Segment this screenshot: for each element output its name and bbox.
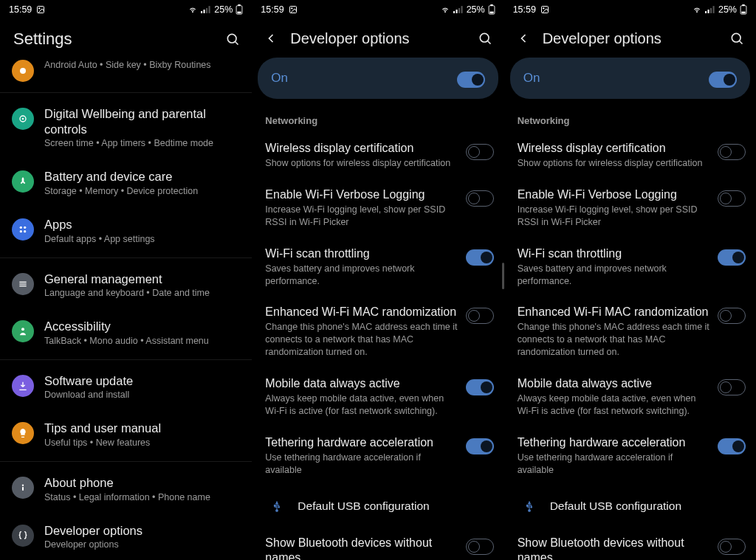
dev-option-toggle[interactable]: Enable Wi-Fi Verbose LoggingIncrease Wi-… (504, 179, 756, 238)
settings-item[interactable]: Developer optionsDeveloper options (0, 513, 252, 560)
master-toggle[interactable] (709, 72, 737, 88)
settings-item[interactable]: Battery and device careStorage • Memory … (0, 159, 252, 207)
settings-item[interactable]: Android Auto • Side key • Bixby Routines (0, 56, 252, 89)
signal-icon (201, 5, 211, 14)
usb-config-row[interactable]: Default USB configuration (504, 485, 756, 527)
item-title: Mobile data always active (518, 376, 710, 391)
dev-option-toggle[interactable]: Mobile data always activeAlways keep mob… (252, 367, 504, 426)
settings-list: Android Auto • Side key • Bixby Routines… (0, 56, 252, 560)
search-button[interactable] (224, 30, 241, 48)
dev-option-toggle[interactable]: Wi-Fi scan throttlingSaves battery and i… (252, 238, 504, 297)
dev-option-toggle[interactable]: Mobile data always activeAlways keep mob… (504, 367, 756, 426)
master-toggle[interactable] (457, 72, 485, 88)
settings-icon (12, 273, 34, 295)
item-title: Wireless display certification (265, 141, 458, 156)
search-button[interactable] (476, 30, 494, 47)
svg-rect-8 (238, 12, 241, 14)
settings-icon (12, 477, 34, 499)
toggle[interactable] (718, 249, 746, 266)
toggle[interactable] (718, 379, 746, 395)
back-button[interactable] (262, 30, 280, 47)
dev-option-toggle[interactable]: Enhanced Wi-Fi MAC randomizationChange t… (504, 296, 756, 367)
toggle[interactable] (718, 190, 746, 207)
dev-option-toggle[interactable]: Enhanced Wi-Fi MAC randomizationChange t… (252, 296, 504, 367)
svg-rect-29 (461, 6, 462, 13)
item-sub: Show options for wireless display certif… (518, 157, 710, 170)
svg-point-17 (24, 230, 26, 232)
image-icon (540, 5, 549, 14)
settings-item[interactable]: General managementLanguage and keyboard … (0, 261, 252, 309)
item-title: Wi-Fi scan throttling (265, 246, 458, 261)
dev-option-toggle[interactable]: Wireless display certificationShow optio… (504, 132, 756, 179)
svg-rect-37 (275, 505, 276, 506)
toggle[interactable] (718, 144, 746, 160)
dev-option-toggle[interactable]: Wi-Fi scan throttlingSaves battery and i… (504, 238, 756, 297)
dev-option-toggle[interactable]: Tethering hardware accelerationUse tethe… (504, 426, 756, 485)
bt-no-names-toggle[interactable]: Show Bluetooth devices without names Blu… (252, 527, 504, 561)
svg-point-11 (20, 68, 26, 74)
dev-option-toggle[interactable]: Enable Wi-Fi Verbose LoggingIncrease Wi-… (252, 179, 504, 238)
section-header: Networking (252, 111, 504, 132)
settings-item[interactable]: AccessibilityTalkBack • Mono audio • Ass… (0, 308, 252, 356)
usb-config-row[interactable]: Default USB configuration (252, 485, 504, 527)
svg-point-47 (732, 33, 740, 42)
master-toggle-card[interactable]: On (510, 58, 750, 99)
toggle[interactable] (466, 539, 494, 555)
settings-item[interactable]: Software updateDownload and install (0, 363, 252, 411)
usb-icon (271, 499, 283, 514)
toggle[interactable] (466, 379, 494, 395)
svg-point-35 (276, 509, 278, 511)
item-sub: Default apps • App settings (44, 234, 240, 244)
item-sub: Android Auto • Side key • Bixby Routines (44, 60, 240, 70)
svg-rect-2 (201, 11, 202, 13)
item-title: Apps (44, 217, 240, 232)
search-button[interactable] (728, 30, 746, 47)
svg-point-36 (278, 506, 280, 508)
svg-rect-46 (741, 12, 745, 14)
toggle[interactable] (466, 308, 494, 324)
svg-point-21 (21, 328, 24, 331)
toggle[interactable] (466, 249, 494, 266)
toggle[interactable] (466, 144, 494, 160)
settings-item[interactable]: AppsDefault apps • App settings (0, 207, 252, 255)
svg-point-14 (20, 227, 22, 229)
header: Developer options (504, 19, 756, 55)
master-toggle-card[interactable]: On (258, 58, 498, 99)
settings-item[interactable]: About phoneStatus • Legal information • … (0, 465, 252, 513)
settings-item[interactable]: Digital Wellbeing and parental controlsS… (0, 96, 252, 159)
svg-point-22 (22, 484, 24, 485)
svg-rect-42 (710, 8, 712, 13)
item-sub: TalkBack • Mono audio • Assistant menu (44, 336, 240, 346)
status-bar: 15:59 25% (504, 0, 756, 19)
wifi-icon (692, 5, 702, 14)
item-title: Enhanced Wi-Fi MAC randomization (518, 305, 710, 319)
toggle[interactable] (466, 438, 494, 454)
back-button[interactable] (515, 30, 532, 47)
settings-icon (12, 218, 34, 241)
svg-line-48 (740, 41, 743, 44)
svg-rect-3 (204, 10, 205, 13)
settings-item[interactable]: Tips and user manualUseful tips • New fe… (0, 410, 252, 458)
image-icon (289, 5, 298, 14)
toggle[interactable] (466, 190, 494, 207)
item-sub: Developer options (44, 539, 240, 550)
divider (0, 461, 252, 462)
status-bar: 15:59 25% (0, 0, 252, 19)
screen-settings: 15:59 25% Settings Android Auto • Side k… (0, 0, 252, 560)
item-title: Enable Wi-Fi Verbose Logging (265, 187, 458, 202)
item-sub: Always keep mobile data active, even whe… (265, 393, 458, 418)
toggle[interactable] (718, 308, 746, 324)
svg-point-50 (530, 506, 532, 508)
dev-option-toggle[interactable]: Tethering hardware accelerationUse tethe… (252, 426, 504, 485)
item-title: Enhanced Wi-Fi MAC randomization (265, 305, 458, 319)
svg-rect-51 (526, 505, 528, 506)
header: Developer options (252, 19, 504, 55)
svg-rect-43 (712, 6, 714, 13)
usb-config-label: Default USB configuration (550, 499, 681, 513)
screen-dev-2: 15:59 25% Developer options On Networkin… (504, 0, 756, 560)
toggle[interactable] (718, 539, 746, 555)
battery-icon (488, 4, 495, 15)
toggle[interactable] (718, 438, 746, 454)
bt-no-names-toggle[interactable]: Show Bluetooth devices without names Blu… (504, 527, 756, 561)
dev-option-toggle[interactable]: Wireless display certificationShow optio… (252, 132, 504, 179)
